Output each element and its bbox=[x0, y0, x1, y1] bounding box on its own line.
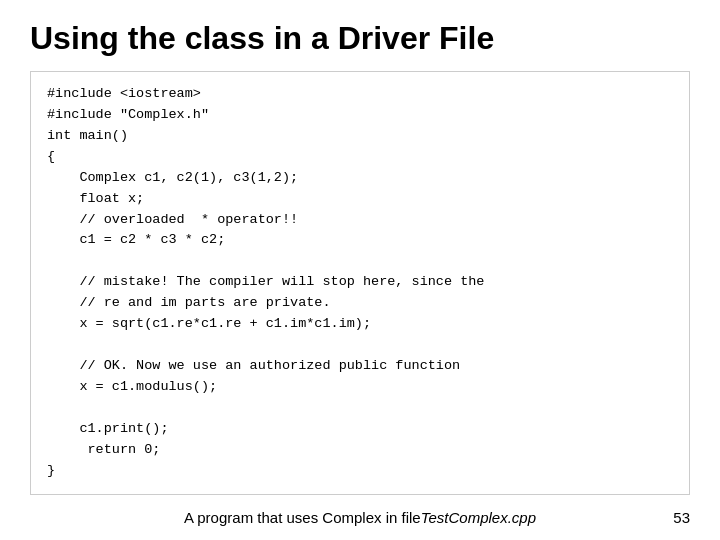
slide: Using the class in a Driver File #includ… bbox=[0, 0, 720, 540]
code-line-3: int main() bbox=[47, 128, 128, 143]
code-line-11: // re and im parts are private. bbox=[47, 295, 331, 310]
code-block: #include <iostream> #include "Complex.h"… bbox=[30, 71, 690, 495]
code-line-5: Complex c1, c2(1), c3(1,2); bbox=[47, 170, 298, 185]
slide-title: Using the class in a Driver File bbox=[30, 20, 690, 57]
code-line-1: #include <iostream> bbox=[47, 86, 201, 101]
footer-filename: TestComplex.cpp bbox=[421, 509, 536, 526]
code-line-17: c1.print(); bbox=[47, 421, 169, 436]
code-line-14: // OK. Now we use an authorized public f… bbox=[47, 358, 460, 373]
code-line-2: #include "Complex.h" bbox=[47, 107, 209, 122]
footer: A program that uses Complex in file Test… bbox=[0, 509, 720, 526]
code-line-6: float x; bbox=[47, 191, 144, 206]
code-line-8: c1 = c2 * c3 * c2; bbox=[47, 232, 225, 247]
page-number: 53 bbox=[673, 509, 690, 526]
code-line-10: // mistake! The compiler will stop here,… bbox=[47, 274, 484, 289]
code-line-7: // overloaded * operator!! bbox=[47, 212, 298, 227]
code-line-15: x = c1.modulus(); bbox=[47, 379, 217, 394]
code-line-19: } bbox=[47, 463, 55, 478]
footer-prefix: A program that uses Complex in file bbox=[184, 509, 421, 526]
code-line-4: { bbox=[47, 149, 55, 164]
code-line-12: x = sqrt(c1.re*c1.re + c1.im*c1.im); bbox=[47, 316, 371, 331]
code-line-18: return 0; bbox=[47, 442, 160, 457]
